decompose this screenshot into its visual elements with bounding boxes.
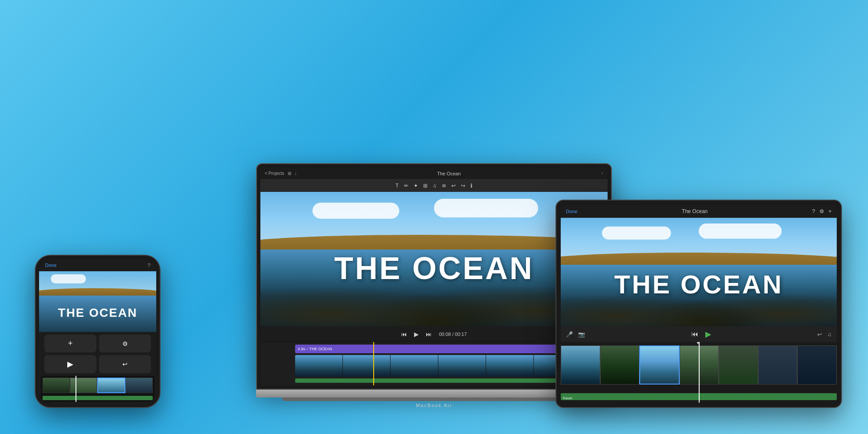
cloud-2 <box>434 199 538 217</box>
ipad-add-icon[interactable]: + <box>829 208 832 214</box>
info-tool-icon[interactable]: ℹ <box>470 183 473 189</box>
back-projects-label[interactable]: < Projects <box>265 171 284 176</box>
ipad-skip-back-button[interactable]: ⏮ <box>691 330 698 338</box>
ipad-clip-6[interactable] <box>758 345 798 385</box>
timeline-audio-bar <box>295 378 582 383</box>
effect-tool-icon[interactable]: ✦ <box>414 183 418 189</box>
skip-back-button[interactable]: ⏮ <box>401 331 407 338</box>
ipad-video-preview: THE OCEAN <box>561 218 837 326</box>
redo-tool-icon[interactable]: ↪ <box>461 183 465 189</box>
waveform-tool-icon[interactable]: ≋ <box>442 183 446 189</box>
timeline-thumb-3 <box>391 355 438 377</box>
timecode-display: 00:08 / 00:17 <box>439 332 467 337</box>
ipad-undo-icon[interactable]: ↩ <box>817 331 822 338</box>
iphone-play-button[interactable]: ▶ <box>44 355 96 373</box>
iphone-help-icon[interactable]: ? <box>148 263 150 268</box>
iphone-waveform <box>43 396 153 400</box>
timeline-thumb-2 <box>343 355 391 377</box>
macbook-title: The Ocean <box>437 171 460 176</box>
cloud-1 <box>312 203 399 219</box>
audio-waveform <box>295 378 582 383</box>
iphone-undo-button[interactable]: ↩ <box>99 355 151 373</box>
ipad-camera-icon[interactable]: 📷 <box>578 331 585 338</box>
timeline-playhead[interactable] <box>373 342 374 385</box>
timeline-clip-label: 4.9s – THE OCEAN <box>298 347 332 351</box>
iphone-screen: Done ? THE OCEAN + ⚙ ▶ ↩ <box>39 259 156 404</box>
draw-tool-icon[interactable]: ✏ <box>404 183 408 189</box>
iphone-add-button[interactable]: + <box>44 335 96 352</box>
ipad-cloud-2 <box>699 224 782 239</box>
undo-tool-icon[interactable]: ↩ <box>451 183 456 189</box>
ipad-clip-1[interactable] <box>561 345 600 385</box>
macbook-toolbar: T ✏ ✦ ⊞ ♫ ≋ ↩ ↪ ℹ <box>260 180 608 192</box>
ipad-playback-controls: ⏮ ▶ <box>691 329 711 339</box>
macbook-view-icon: ⊞ <box>288 171 291 176</box>
ipad-settings-icon[interactable]: ⚙ <box>819 208 824 214</box>
macbook-ocean-title: THE OCEAN <box>334 250 534 286</box>
play-button[interactable]: ▶ <box>414 331 419 338</box>
macbook-download-icon: ↓ <box>295 171 297 176</box>
ipad-clip-3[interactable] <box>639 345 680 385</box>
ipad-toolbar-right: ↩ ♫ <box>817 331 832 338</box>
skip-forward-button[interactable]: ⏭ <box>426 331 432 338</box>
ipad-clip-2[interactable] <box>600 345 640 385</box>
macbook-title-bar: < Projects ⊞ ↓ The Ocean ↑ <box>260 168 608 180</box>
iphone-clip-strip <box>43 378 153 393</box>
iphone-device: Done ? THE OCEAN + ⚙ ▶ ↩ <box>35 255 161 408</box>
iphone-playhead <box>76 376 76 402</box>
ipad-title: The Ocean <box>682 208 707 214</box>
macbook-back-nav[interactable]: < Projects ⊞ ↓ <box>265 171 297 176</box>
ipad-toolbar-left: 🎤 📷 <box>566 331 585 338</box>
ipad-help-icon[interactable]: ? <box>812 208 815 214</box>
iphone-control-grid: + ⚙ ▶ ↩ <box>39 332 156 376</box>
macbook-foot <box>282 398 586 401</box>
iphone-clip-2[interactable] <box>70 378 97 393</box>
text-tool-icon[interactable]: T <box>395 183 398 189</box>
ipad-screen: Done The Ocean ? ⚙ + THE OCEAN 🎤 <box>561 205 837 403</box>
iphone-ocean-title: THE OCEAN <box>58 306 138 320</box>
timeline-clip-bar[interactable]: 4.9s – THE OCEAN <box>295 345 582 353</box>
ipad-topbar: Done The Ocean ? ⚙ + <box>561 205 837 218</box>
iphone-clip-4[interactable] <box>125 378 153 393</box>
ipad-toolbar: 🎤 📷 ⏮ ▶ ↩ ♫ <box>561 326 837 342</box>
iphone-video-preview: THE OCEAN <box>39 271 156 332</box>
ipad-cloud-1 <box>602 227 671 240</box>
ipad-mic-icon[interactable]: 🎤 <box>566 331 573 338</box>
iphone-done-button[interactable]: Done <box>45 263 56 268</box>
ipad-ocean-title: THE OCEAN <box>614 270 783 299</box>
timeline-video-strip <box>295 355 582 377</box>
ipad-play-button[interactable]: ▶ <box>705 329 711 339</box>
ipad-timeline: Travel <box>561 342 837 403</box>
iphone-timeline <box>41 376 155 402</box>
ipad-clip-5[interactable] <box>719 345 758 385</box>
iphone-topbar-icons: ? <box>148 263 150 268</box>
ipad-audio-icon[interactable]: ♫ <box>827 331 832 338</box>
ipad-done-button[interactable]: Done <box>566 209 577 214</box>
layout-tool-icon[interactable]: ⊞ <box>423 183 427 189</box>
ipad-device: Done The Ocean ? ⚙ + THE OCEAN 🎤 <box>556 200 842 408</box>
iphone-topbar: Done ? <box>39 259 156 271</box>
iphone-cloud <box>51 274 86 283</box>
timeline-thumb-1 <box>295 355 343 377</box>
ipad-topbar-actions: ? ⚙ + <box>812 208 832 214</box>
iphone-settings-button[interactable]: ⚙ <box>99 335 151 352</box>
ipad-playhead <box>699 342 700 403</box>
iphone-audio-bar <box>43 396 153 400</box>
ipad-clip-7[interactable] <box>797 345 837 385</box>
timeline-thumb-4 <box>438 355 486 377</box>
macbook-share-icon[interactable]: ↑ <box>601 171 603 176</box>
audio-tool-icon[interactable]: ♫ <box>433 183 437 189</box>
iphone-clip-1[interactable] <box>43 378 70 393</box>
iphone-clip-3[interactable] <box>97 378 125 393</box>
timeline-thumb-5 <box>486 355 534 377</box>
